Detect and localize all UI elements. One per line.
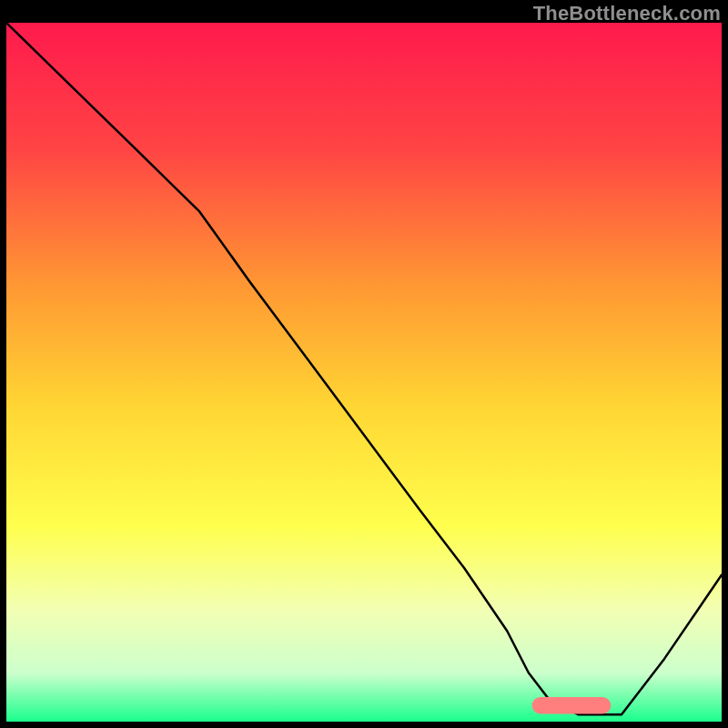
chart-frame bbox=[6, 23, 722, 722]
bottleneck-chart bbox=[6, 23, 722, 722]
optimal-range-marker bbox=[532, 697, 612, 713]
